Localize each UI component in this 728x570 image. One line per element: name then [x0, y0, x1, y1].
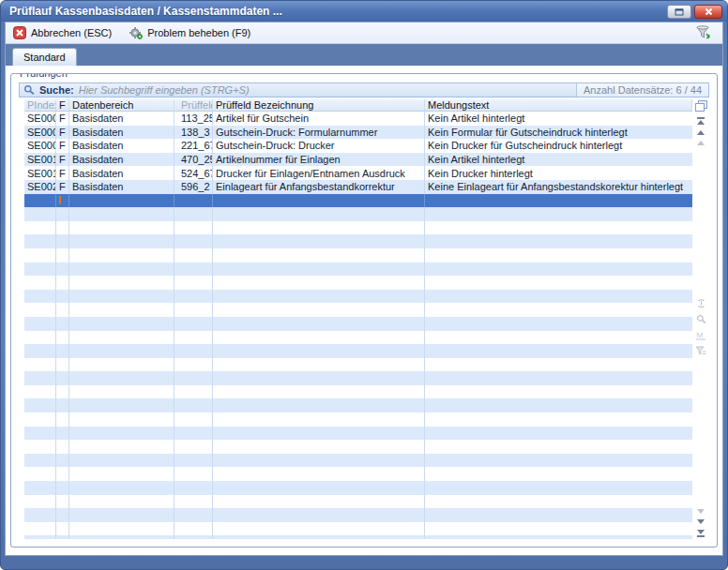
magnifier-icon [23, 84, 35, 96]
empty-row[interactable] [24, 331, 692, 345]
cell-meldungstext [425, 371, 692, 385]
cell-bezeichnung [213, 262, 425, 277]
restore-button[interactable] [667, 5, 691, 19]
table-row[interactable]: SE0019FBasisdaten524_67Drucker für Einla… [24, 166, 692, 180]
search-input[interactable]: Hier Suchbegriff eingeben (STRG+S) [79, 84, 250, 96]
empty-row[interactable] [24, 535, 692, 539]
fix-problem-button[interactable]: Problem beheben (F9) [129, 26, 250, 39]
cell-prueffeld [174, 344, 213, 358]
cell-bezeichnung: Einlageart für Anfangsbestandkorrektur [213, 180, 425, 194]
empty-row[interactable] [24, 467, 692, 481]
search-bar[interactable]: Suche: Hier Suchbegriff eingeben (STRG+S… [19, 82, 709, 98]
empty-row[interactable] [24, 398, 692, 412]
empty-row[interactable] [24, 358, 692, 372]
cell-datenbereich [69, 454, 174, 468]
scroll-top-icon[interactable] [697, 117, 705, 125]
table-row[interactable]: SE0021FBasisdaten596_2Einlageart für Anf… [24, 180, 692, 194]
empty-row[interactable] [24, 221, 692, 235]
cell-prueffeld [174, 481, 213, 495]
empty-row[interactable] [24, 317, 692, 331]
cell-pindex [24, 412, 56, 427]
grid-filter-icon[interactable] [695, 346, 706, 356]
column-chooser-icon[interactable] [695, 100, 707, 112]
cell-datenbereich [69, 331, 174, 345]
cell-meldungstext: Kein Artikel hinterlegt [425, 112, 692, 126]
cell-datenbereich [69, 481, 174, 495]
empty-row[interactable] [24, 385, 692, 399]
cancel-button[interactable]: Abbrechen (ESC) [13, 26, 112, 39]
empty-row[interactable] [24, 207, 692, 221]
table-row[interactable]: SE0008FBasisdaten138_3Gutschein-Druck: F… [24, 126, 692, 140]
cell-datenbereich [69, 276, 174, 290]
empty-row[interactable] [24, 290, 692, 304]
cell-meldungstext [425, 385, 692, 399]
cell-f [56, 412, 69, 427]
empty-row[interactable] [24, 495, 692, 509]
empty-row[interactable] [24, 412, 692, 427]
row-down-icon[interactable] [697, 519, 705, 524]
cell-pindex [24, 535, 56, 539]
cell-pindex [24, 331, 56, 345]
cell-prueffeld [174, 427, 213, 441]
page-up-icon[interactable] [697, 141, 705, 145]
empty-row[interactable] [24, 234, 692, 248]
row-up-icon[interactable] [697, 130, 705, 135]
group-brackets-icon[interactable] [696, 298, 706, 308]
column-header-bezeichnung[interactable]: Prüffeld Bezeichnung [213, 99, 425, 111]
cell-prueffeld [174, 290, 213, 304]
empty-row[interactable] [24, 440, 692, 454]
cell-datenbereich [69, 248, 174, 262]
column-header-prueffeld[interactable]: Prüffeld [174, 99, 213, 111]
column-header-meldungstext[interactable]: Meldungstext [425, 99, 692, 111]
empty-row[interactable] [24, 481, 692, 495]
selected-empty-row[interactable] [24, 194, 692, 208]
empty-row[interactable] [24, 454, 692, 468]
empty-row[interactable] [24, 344, 692, 358]
cell-bezeichnung [213, 508, 425, 522]
table-row[interactable]: SE0007FBasisdaten113_25Artikel für Gutsc… [24, 112, 692, 126]
cell-meldungstext [425, 221, 692, 235]
cell-meldungstext [425, 508, 692, 522]
page-down-icon[interactable] [697, 509, 705, 514]
bookmark-icon[interactable]: M [695, 330, 706, 340]
cell-f [56, 221, 69, 235]
empty-row[interactable] [24, 522, 692, 536]
empty-row[interactable] [24, 508, 692, 522]
table-row[interactable]: SE0009FBasisdaten221_67Gutschein-Druck: … [24, 139, 692, 153]
column-header-datenbereich[interactable]: Datenbereich [69, 99, 174, 111]
table-row[interactable]: SE0016FBasisdaten470_25Artikelnummer für… [24, 153, 692, 167]
cell-bezeichnung [213, 481, 425, 495]
cell-datenbereich [69, 427, 174, 441]
cell-bezeichnung [213, 535, 425, 539]
cell-datenbereich [69, 234, 174, 248]
empty-row[interactable] [24, 276, 692, 290]
cell-pindex [24, 481, 56, 495]
cell-datenbereich [69, 290, 174, 304]
cell-prueffeld [174, 234, 213, 248]
tab-standard[interactable]: Standard [12, 48, 77, 66]
cell-prueffeld: 596_2 [174, 180, 213, 194]
empty-row[interactable] [24, 262, 692, 277]
cell-pindex [24, 276, 56, 290]
cell-f [56, 427, 69, 441]
cell-pindex [24, 358, 56, 372]
cell-meldungstext [425, 535, 692, 539]
cell-f [56, 358, 69, 372]
empty-row[interactable] [24, 371, 692, 385]
scroll-bottom-icon[interactable] [697, 530, 705, 537]
column-header-f[interactable]: F [56, 99, 69, 111]
cell-meldungstext [425, 207, 692, 221]
cell-f [56, 522, 69, 536]
empty-row[interactable] [24, 303, 692, 317]
empty-row[interactable] [24, 427, 692, 441]
grid-search-icon[interactable] [696, 314, 706, 324]
empty-row[interactable] [24, 248, 692, 262]
cell-f [56, 344, 69, 358]
cell-datenbereich: Basisdaten [69, 153, 174, 167]
funnel-icon[interactable] [695, 25, 711, 40]
column-header-pindex[interactable]: PIndex [24, 99, 56, 111]
cell-meldungstext [425, 467, 692, 481]
cell-f [56, 398, 69, 412]
close-button[interactable] [694, 5, 722, 19]
search-label: Suche: [39, 84, 74, 96]
